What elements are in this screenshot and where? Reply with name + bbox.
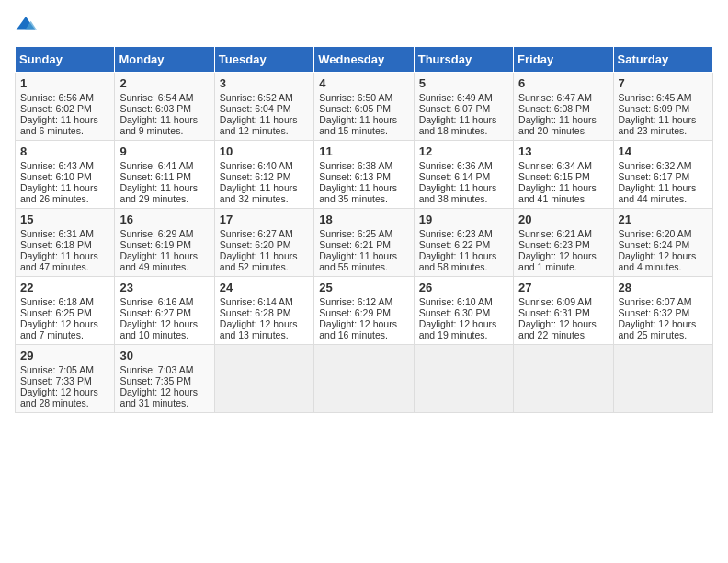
day-info-line: Sunrise: 6:52 AM — [220, 92, 309, 103]
calendar-cell — [613, 345, 712, 413]
day-number: 27 — [518, 281, 608, 294]
weekday-header-monday: Monday — [115, 47, 214, 73]
day-info-line: and 52 minutes. — [220, 261, 309, 272]
calendar-cell: 24Sunrise: 6:14 AMSunset: 6:28 PMDayligh… — [214, 277, 313, 345]
day-info-line: Sunset: 6:04 PM — [220, 103, 309, 114]
day-info-line: Sunrise: 6:34 AM — [518, 160, 608, 171]
day-info-line: Sunset: 6:09 PM — [619, 103, 708, 114]
day-number: 9 — [119, 144, 209, 158]
day-number: 19 — [419, 213, 508, 226]
calendar-cell: 2Sunrise: 6:54 AMSunset: 6:03 PMDaylight… — [115, 73, 214, 141]
day-info-line: Sunrise: 6:40 AM — [220, 160, 309, 171]
day-info-line: Sunrise: 6:41 AM — [119, 160, 209, 171]
day-info-line: Daylight: 11 hours — [419, 250, 508, 261]
day-info-line: and 13 minutes. — [220, 329, 309, 340]
day-number: 14 — [619, 144, 708, 158]
day-info-line: Sunset: 6:29 PM — [319, 307, 408, 318]
calendar-cell: 8Sunrise: 6:43 AMSunset: 6:10 PMDaylight… — [16, 141, 115, 209]
calendar-cell — [214, 345, 313, 413]
day-info-line: Daylight: 12 hours — [319, 318, 408, 329]
day-info-line: Daylight: 11 hours — [119, 182, 209, 193]
calendar-cell: 21Sunrise: 6:20 AMSunset: 6:24 PMDayligh… — [613, 209, 712, 277]
day-info-line: Daylight: 12 hours — [619, 318, 708, 329]
day-number: 7 — [619, 76, 708, 90]
day-info-line: Sunrise: 6:38 AM — [319, 160, 408, 171]
day-info-line: Sunrise: 6:43 AM — [20, 160, 109, 171]
day-info-line: Sunset: 7:33 PM — [20, 375, 109, 386]
day-number: 4 — [319, 76, 408, 90]
day-info-line: Sunset: 6:30 PM — [419, 307, 508, 318]
day-number: 23 — [119, 281, 209, 294]
day-info-line: Sunset: 6:12 PM — [220, 171, 309, 182]
day-info-line: Sunset: 6:32 PM — [619, 307, 708, 318]
day-number: 13 — [518, 144, 608, 158]
day-info-line: and 9 minutes. — [119, 125, 209, 136]
day-info-line: and 23 minutes. — [619, 125, 708, 136]
calendar-cell: 20Sunrise: 6:21 AMSunset: 6:23 PMDayligh… — [514, 209, 613, 277]
day-number: 28 — [619, 281, 708, 294]
day-info-line: Sunset: 6:19 PM — [119, 239, 209, 250]
calendar-week-row: 8Sunrise: 6:43 AMSunset: 6:10 PMDaylight… — [16, 141, 713, 209]
day-info-line: and 35 minutes. — [319, 193, 408, 204]
calendar-cell: 19Sunrise: 6:23 AMSunset: 6:22 PMDayligh… — [414, 209, 513, 277]
day-number: 18 — [319, 213, 408, 226]
calendar-cell: 28Sunrise: 6:07 AMSunset: 6:32 PMDayligh… — [613, 277, 712, 345]
day-info-line: Sunset: 6:31 PM — [518, 307, 608, 318]
day-number: 16 — [119, 213, 209, 226]
logo — [15, 15, 40, 37]
day-info-line: Daylight: 11 hours — [619, 182, 708, 193]
day-info-line: and 47 minutes. — [20, 261, 109, 272]
day-info-line: and 4 minutes. — [619, 261, 708, 272]
day-info-line: Daylight: 12 hours — [119, 386, 209, 397]
calendar-cell: 29Sunrise: 7:05 AMSunset: 7:33 PMDayligh… — [16, 345, 115, 413]
day-number: 8 — [20, 144, 109, 158]
day-info-line: Sunrise: 6:12 AM — [319, 296, 408, 307]
calendar-cell: 30Sunrise: 7:03 AMSunset: 7:35 PMDayligh… — [115, 345, 214, 413]
weekday-header-wednesday: Wednesday — [314, 47, 414, 73]
day-info-line: and 7 minutes. — [20, 329, 109, 340]
weekday-header-tuesday: Tuesday — [214, 47, 313, 73]
day-info-line: and 15 minutes. — [319, 125, 408, 136]
day-info-line: and 49 minutes. — [119, 261, 209, 272]
calendar-cell: 26Sunrise: 6:10 AMSunset: 6:30 PMDayligh… — [414, 277, 513, 345]
day-number: 2 — [119, 76, 209, 90]
day-info-line: Sunrise: 6:21 AM — [518, 228, 608, 239]
day-info-line: Daylight: 11 hours — [220, 182, 309, 193]
day-info-line: Daylight: 12 hours — [220, 318, 309, 329]
day-info-line: Sunrise: 6:20 AM — [619, 228, 708, 239]
day-info-line: and 19 minutes. — [419, 329, 508, 340]
day-number: 22 — [20, 281, 109, 294]
day-number: 26 — [419, 281, 508, 294]
day-info-line: Sunrise: 6:27 AM — [220, 228, 309, 239]
day-info-line: Daylight: 11 hours — [119, 114, 209, 125]
calendar-cell: 9Sunrise: 6:41 AMSunset: 6:11 PMDaylight… — [115, 141, 214, 209]
day-info-line: and 55 minutes. — [319, 261, 408, 272]
day-info-line: Daylight: 11 hours — [319, 182, 408, 193]
day-info-line: and 18 minutes. — [419, 125, 508, 136]
day-info-line: Daylight: 12 hours — [619, 250, 708, 261]
day-info-line: Sunrise: 6:18 AM — [20, 296, 109, 307]
calendar-cell — [514, 345, 613, 413]
day-number: 15 — [20, 213, 109, 226]
weekday-header-sunday: Sunday — [16, 47, 115, 73]
day-info-line: and 22 minutes. — [518, 329, 608, 340]
day-number: 24 — [220, 281, 309, 294]
day-info-line: Daylight: 12 hours — [20, 386, 109, 397]
day-number: 29 — [20, 349, 109, 362]
day-info-line: Sunrise: 6:36 AM — [419, 160, 508, 171]
day-number: 10 — [220, 144, 309, 158]
day-info-line: Sunset: 6:02 PM — [20, 103, 109, 114]
calendar-cell — [414, 345, 513, 413]
calendar-cell: 27Sunrise: 6:09 AMSunset: 6:31 PMDayligh… — [514, 277, 613, 345]
calendar-cell: 7Sunrise: 6:45 AMSunset: 6:09 PMDaylight… — [613, 73, 712, 141]
day-number: 5 — [419, 76, 508, 90]
day-info-line: Sunset: 6:24 PM — [619, 239, 708, 250]
day-info-line: Sunset: 6:15 PM — [518, 171, 608, 182]
logo-icon — [15, 15, 37, 33]
day-info-line: Sunrise: 6:07 AM — [619, 296, 708, 307]
day-info-line: Daylight: 12 hours — [518, 318, 608, 329]
day-info-line: Sunrise: 6:45 AM — [619, 92, 708, 103]
day-info-line: and 1 minute. — [518, 261, 608, 272]
day-info-line: and 6 minutes. — [20, 125, 109, 136]
calendar-cell: 11Sunrise: 6:38 AMSunset: 6:13 PMDayligh… — [314, 141, 414, 209]
